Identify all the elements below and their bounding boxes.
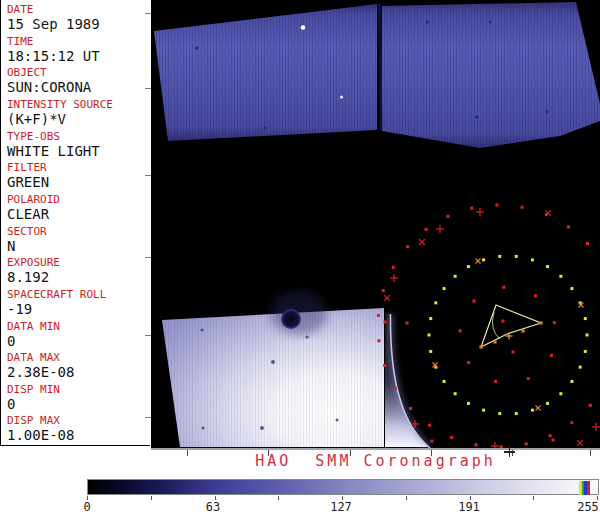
axis-tick (145, 335, 151, 336)
colorbar-tick (533, 496, 534, 500)
yellow-ring-dot (584, 317, 587, 320)
yellow-ring-dot (515, 255, 518, 258)
inner-red-ring-dot (467, 361, 470, 364)
outer-red-ring-dot (428, 424, 431, 427)
field-value: GREEN (7, 175, 151, 190)
yellow-ring-dot (559, 392, 562, 395)
field-label: DATA MAX (7, 352, 151, 364)
outer-red-ring-dot (425, 228, 428, 231)
occulter-spot (281, 309, 301, 329)
flag-vertex-dot (521, 329, 524, 332)
yellow-ring-dot (498, 412, 501, 415)
yellow-ring-dot (454, 275, 457, 278)
tile-seam (380, 4, 382, 130)
red-dot (552, 439, 555, 442)
outer-red-ring-dot (450, 436, 453, 439)
colorbar-tick (151, 496, 152, 500)
colorbar-tick-label: 127 (330, 500, 352, 512)
field-label: POLAROID (7, 194, 151, 206)
outer-red-ring-dot (525, 442, 528, 445)
metadata-field: OBJECTSUN:CORONA (7, 67, 151, 95)
flag-vertex-dot (539, 321, 542, 324)
yellow-ring-dot (531, 258, 534, 261)
field-value: WHITE LIGHT (7, 144, 151, 159)
inner-red-ring-dot (459, 329, 462, 332)
red-dot (512, 351, 515, 354)
colorbar: 063127191255 (87, 479, 599, 512)
field-value: CLEAR (7, 207, 151, 222)
metadata-field: POLAROIDCLEAR (7, 194, 151, 222)
yellow-ring-dot (443, 287, 446, 290)
outer-red-ring-dot (446, 215, 449, 218)
field-label: EXPOSURE (7, 257, 151, 269)
yellow-ring-dot (467, 402, 470, 405)
yellow-ring-dot (546, 265, 549, 268)
field-label: DISP MAX (7, 415, 151, 427)
outer-red-ring-dot (377, 314, 380, 317)
metadata-field: DATA MAX2.38E-08 (7, 352, 151, 380)
outer-red-ring-dot (377, 339, 380, 342)
outer-red-ring-dot (567, 225, 570, 228)
yellow-ring-dot (443, 380, 446, 383)
red-dot (502, 320, 505, 323)
field-label: TIME (7, 36, 151, 48)
inner-red-ring-dot (473, 300, 476, 303)
yellow-ring-dot (586, 334, 589, 337)
inner-red-ring-dot (502, 286, 505, 289)
inner-red-ring-dot (553, 321, 556, 324)
field-value: 1.00E-08 (7, 428, 151, 443)
inner-red-ring-dot (494, 380, 497, 383)
yellow-ring-dot (531, 409, 534, 412)
metadata-field: FILTERGREEN (7, 162, 151, 190)
metadata-field: EXPOSURE8.192 (7, 257, 151, 285)
metadata-field: INTENSITY SOURCE(K+F)*V (7, 99, 151, 127)
field-value: 8.192 (7, 270, 151, 285)
metadata-field: DATA MIN0 (7, 321, 151, 349)
colorbar-reserved-stripe (587, 481, 590, 495)
field-label: SECTOR (7, 226, 151, 238)
red-dot (406, 322, 409, 325)
metadata-sidebar: DATE15 Sep 1989TIME18:15:12 UTOBJECTSUN:… (0, 0, 150, 446)
outer-red-ring-dot (570, 421, 573, 424)
yellow-ring-dot (467, 265, 470, 268)
yellow-ring-dot (482, 409, 485, 412)
image-viewport (151, 0, 600, 450)
field-value: -19 (7, 302, 151, 317)
yellow-ring-dot (429, 317, 432, 320)
colorbar-tick-label: 191 (458, 500, 480, 512)
axis-tick (145, 417, 151, 418)
bright-speck (340, 95, 343, 98)
field-label: DATA MIN (7, 321, 151, 333)
image-title: HAO SMM Coronagraph (151, 452, 600, 470)
field-label: INTENSITY SOURCE (7, 99, 151, 111)
colorbar-tick (278, 496, 279, 500)
yellow-ring-dot (482, 258, 485, 261)
axis-tick (145, 175, 151, 176)
metadata-field: TIME18:15:12 UT (7, 36, 151, 64)
yellow-ring-dot (498, 255, 501, 258)
bright-speck (301, 25, 306, 30)
outer-red-ring-dot (589, 404, 592, 407)
field-label: OBJECT (7, 67, 151, 79)
colorbar-gradient (87, 479, 599, 495)
yellow-ring-dot (429, 350, 432, 353)
yellow-ring-dot (559, 275, 562, 278)
outer-red-ring-dot (470, 207, 473, 210)
outer-red-ring-dot (409, 407, 412, 410)
colorbar-tick-label: 63 (206, 500, 220, 512)
metadata-field: SECTORN (7, 226, 151, 254)
flag-vertex-dot (479, 345, 482, 348)
yellow-ring-dot (515, 412, 518, 415)
field-value: SUN:CORONA (7, 80, 151, 95)
field-value: 2.38E-08 (7, 365, 151, 380)
metadata-field: DISP MAX1.00E-08 (7, 415, 151, 443)
axis-tick (145, 13, 151, 14)
outer-red-ring-dot (495, 204, 498, 207)
field-value: N (7, 239, 151, 254)
yellow-ring-dot (579, 366, 582, 369)
colorbar-tick (406, 496, 407, 500)
field-label: DISP MIN (7, 384, 151, 396)
field-label: TYPE-OBS (7, 131, 151, 143)
outer-red-ring-dot (382, 289, 385, 292)
axis-tick (145, 257, 151, 258)
